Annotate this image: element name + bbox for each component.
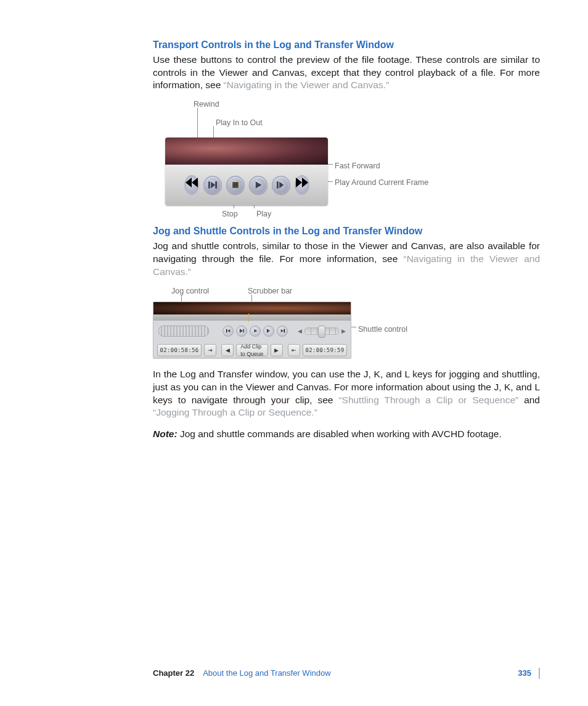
stop-button[interactable] xyxy=(226,176,245,194)
play-around-button-2[interactable] xyxy=(263,326,274,337)
section1-xref[interactable]: “Navigating in the Viewer and Canvas.” xyxy=(224,80,390,90)
scrubber-bar[interactable] xyxy=(153,314,351,321)
label-play: Play xyxy=(256,209,271,220)
figure-transport-controls: Rewind Play In to Out Fast Forward Play … xyxy=(153,99,540,213)
play-button-2[interactable] xyxy=(250,326,261,337)
page-footer: Chapter 22 About the Log and Transfer Wi… xyxy=(153,668,540,679)
figure-jog-shuttle: Jog control Scrubber bar Shuttle control xyxy=(153,286,540,357)
label-jog: Jog control xyxy=(171,286,209,297)
note-para: Note: Jog and shuttle commands are disab… xyxy=(153,428,540,441)
preview-thumbnail xyxy=(165,138,328,165)
section2-heading: Jog and Shuttle Controls in the Log and … xyxy=(153,224,540,238)
svg-rect-6 xyxy=(243,329,243,333)
label-fast-forward: Fast Forward xyxy=(335,161,380,171)
xref-shuttling[interactable]: “Shuttling Through a Clip or Sequence” xyxy=(338,395,518,405)
footer-title: About the Log and Transfer Window xyxy=(203,668,330,679)
next-button[interactable]: ▶ xyxy=(271,344,283,356)
add-clip-to-queue-button[interactable]: Add Clip to Queue xyxy=(236,344,267,356)
label-shuttle: Shuttle control xyxy=(358,324,407,335)
shuttle-left-icon: ◀ xyxy=(298,327,302,335)
play-around-button[interactable] xyxy=(272,176,290,194)
para-jkl: In the Log and Transfer window, you can … xyxy=(153,368,540,420)
label-stop: Stop xyxy=(222,209,238,220)
svg-rect-7 xyxy=(267,329,267,333)
svg-rect-5 xyxy=(240,329,240,333)
note-text: Jog and shuttle commands are disabled wh… xyxy=(178,429,502,439)
jog-control[interactable] xyxy=(158,326,209,337)
label-play-around: Play Around Current Frame xyxy=(335,178,428,187)
label-play-in-out: Play In to Out xyxy=(216,118,263,128)
section1-para: Use these buttons to control the preview… xyxy=(153,54,540,92)
svg-rect-4 xyxy=(226,329,227,333)
mark-in-button[interactable]: ⇥ xyxy=(204,344,216,356)
para-jkl-mid: and xyxy=(518,395,540,405)
fast-forward-button[interactable] xyxy=(295,175,309,195)
shuttle-control[interactable] xyxy=(304,327,339,335)
in-timecode-field[interactable]: 02:00:58:56 xyxy=(157,344,202,356)
transport-bar xyxy=(165,165,328,205)
play-in-to-out-button[interactable] xyxy=(203,176,222,194)
mark-out-button[interactable]: ⇤ xyxy=(288,344,300,356)
jog-shuttle-panel: ◀ ▶ 02:00:58:56 ⇥ ◀ Add Clip to Queue ▶ … xyxy=(153,302,351,358)
section1-heading: Transport Controls in the Log and Transf… xyxy=(153,38,540,52)
footer-chapter: Chapter 22 xyxy=(153,668,194,679)
svg-rect-1 xyxy=(215,182,217,189)
section2-para: Jog and shuttle controls, similar to tho… xyxy=(153,240,540,279)
go-to-in-button[interactable] xyxy=(223,326,234,337)
play-button[interactable] xyxy=(249,176,267,194)
rewind-button[interactable] xyxy=(184,175,199,195)
note-label: Note: xyxy=(153,429,178,439)
svg-rect-8 xyxy=(284,329,284,333)
out-timecode-field[interactable]: 02:00:59:59 xyxy=(303,344,347,356)
prev-button[interactable]: ◀ xyxy=(221,344,234,356)
svg-rect-3 xyxy=(277,182,279,189)
label-scrubber: Scrubber bar xyxy=(248,286,292,297)
footer-page-number: 335 xyxy=(510,668,531,679)
preview-strip xyxy=(153,302,351,314)
transport-panel xyxy=(165,138,328,205)
go-to-out-button[interactable] xyxy=(277,326,288,337)
svg-rect-0 xyxy=(208,182,210,189)
xref-jogging[interactable]: “Jogging Through a Clip or Sequence.” xyxy=(153,407,317,417)
play-in-to-out-button-2[interactable] xyxy=(236,326,247,337)
svg-rect-2 xyxy=(232,183,237,187)
shuttle-right-icon: ▶ xyxy=(341,327,346,335)
